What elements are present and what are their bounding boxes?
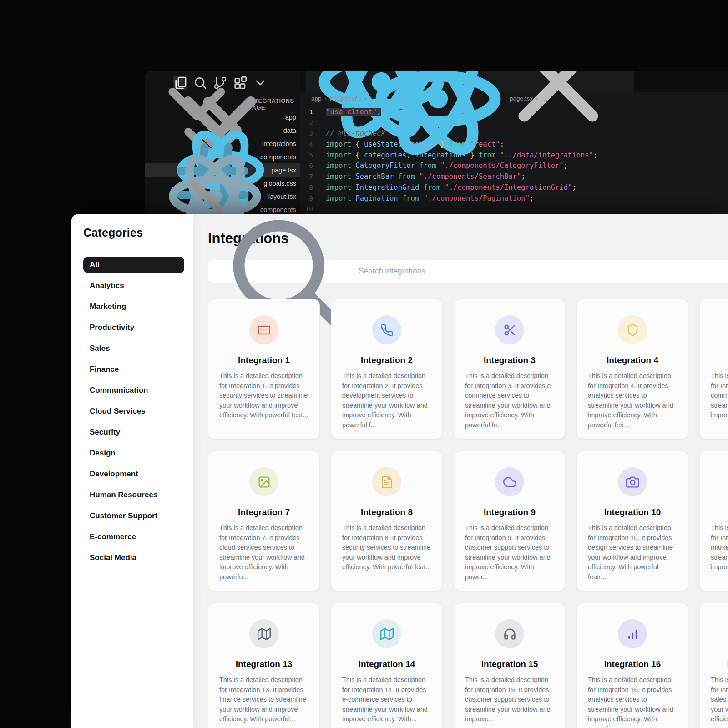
integration-card-integration-11[interactable]: Integration 11This is a detailed descrip…: [699, 451, 728, 591]
card-icon-circle: [372, 619, 401, 648]
breadcrumb-separator: ›: [536, 95, 538, 102]
categories-title: Categories: [83, 226, 184, 239]
code-text: import { categories, integrations } from…: [326, 150, 597, 161]
vscode-file-explorer: INTEGRATIONS-PAGEappdataintegrationscomp…: [145, 95, 300, 216]
category-item-e-commerce[interactable]: E-commerce: [83, 529, 184, 545]
code-line-6: 6import CategoryFilter from "./component…: [300, 161, 728, 172]
card-icon-circle: [495, 467, 524, 496]
code-line-5: 5import { categories, integrations } fro…: [300, 150, 728, 161]
category-item-analytics[interactable]: Analytics: [83, 278, 184, 294]
card-title: Integration 4: [588, 355, 677, 365]
category-item-finance[interactable]: Finance: [83, 361, 184, 378]
card-title: Integration 11: [711, 507, 728, 517]
card-description: This is a detailed description for Integ…: [465, 675, 554, 724]
card-description: This is a detailed description for Integ…: [711, 371, 728, 420]
bar-chart-icon: [626, 627, 639, 641]
integration-card-integration-4[interactable]: Integration 4This is a detailed descript…: [576, 299, 688, 439]
line-number: 5: [300, 150, 326, 161]
breadcrumb-item[interactable]: …: [541, 95, 547, 102]
headphones-icon: [503, 627, 516, 641]
card-description: This is a detailed description for Integ…: [711, 675, 728, 724]
card-description: This is a detailed description for Integ…: [342, 523, 431, 572]
line-number: 8: [300, 182, 326, 193]
code-text: // @ts-nocheck: [326, 128, 385, 139]
card-title: Integration 14: [342, 659, 431, 669]
category-item-social-media[interactable]: Social Media: [83, 550, 184, 566]
line-number: 4: [300, 139, 326, 150]
category-item-sales[interactable]: Sales: [83, 340, 184, 357]
card-title: Integration 1: [219, 355, 308, 365]
card-title: Integration 10: [588, 507, 677, 517]
tree-item-label: globals.css: [263, 180, 296, 187]
category-item-development[interactable]: Development: [83, 466, 184, 482]
line-number: 7: [300, 172, 326, 182]
line-number: 1: [300, 107, 326, 118]
map-icon: [380, 627, 394, 641]
card-icon-circle: [372, 467, 401, 496]
integration-card-integration-10[interactable]: Integration 10This is a detailed descrip…: [576, 451, 688, 591]
category-item-customer-support[interactable]: Customer Support: [83, 508, 184, 524]
tree-item-label: app: [285, 114, 296, 121]
scissors-icon: [503, 324, 516, 337]
integration-card-integration-14[interactable]: Integration 14This is a detailed descrip…: [331, 603, 443, 728]
tree-item-label: layout.tsx: [268, 193, 296, 200]
integration-card-integration-8[interactable]: Integration 8This is a detailed descript…: [331, 451, 443, 591]
line-number: 10: [300, 204, 326, 215]
integrations-main: Integrations Integration 1This is a deta…: [193, 214, 728, 728]
phone-icon: [380, 324, 394, 337]
integration-card-integration-9[interactable]: Integration 9This is a detailed descript…: [454, 451, 566, 591]
card-icon-circle: [372, 315, 401, 344]
tree-item-label: data: [283, 127, 296, 134]
card-icon-circle: [249, 619, 278, 648]
category-item-design[interactable]: Design: [83, 445, 184, 461]
categories-sidebar: Categories AllAnalyticsMarketingProducti…: [71, 214, 193, 728]
integration-card-integration-15[interactable]: Integration 15This is a detailed descrip…: [454, 603, 566, 728]
card-title: Integration 13: [219, 659, 308, 669]
code-line-7: 7import SearchBar from "./components/Sea…: [300, 172, 728, 182]
integration-card-integration-16[interactable]: Integration 16This is a detailed descrip…: [576, 603, 688, 728]
category-item-all[interactable]: All: [83, 257, 184, 273]
vscode-tab-bar: page.tsx: [300, 71, 728, 92]
category-item-cloud-services[interactable]: Cloud Services: [83, 403, 184, 420]
code-text: import SearchBar from "./components/Sear…: [326, 172, 526, 182]
code-line-1: 1"use client";: [300, 107, 728, 118]
code-line-4: 4import { useState, useMemo } from "reac…: [300, 139, 728, 150]
card-description: This is a detailed description for Integ…: [342, 675, 431, 724]
card-description: This is a detailed description for Integ…: [711, 523, 728, 572]
breadcrumb-item[interactable]: page.tsx: [510, 95, 533, 102]
card-description: This is a detailed description for Integ…: [588, 371, 677, 430]
line-number: 2: [300, 118, 326, 129]
card-description: This is a detailed description for Integ…: [465, 371, 554, 430]
card-description: This is a detailed description for Integ…: [342, 371, 431, 430]
integration-card-integration-5[interactable]: Integration 5This is a detailed descript…: [699, 299, 728, 439]
integration-card-integration-17[interactable]: Integration 17This is a detailed descrip…: [699, 603, 728, 728]
card-title: Integration 15: [465, 659, 554, 669]
search-input[interactable]: [359, 267, 728, 276]
code-line-3: 3// @ts-nocheck: [300, 128, 728, 139]
card-title: Integration 16: [588, 659, 677, 669]
code-text: import IntegrationGrid from "./component…: [326, 182, 576, 193]
integrations-app-window: Categories AllAnalyticsMarketingProducti…: [71, 214, 728, 728]
card-title: Integration 2: [342, 355, 431, 365]
category-item-productivity[interactable]: Productivity: [83, 319, 184, 336]
category-item-human-resources[interactable]: Human Resources: [83, 487, 184, 503]
category-item-communication[interactable]: Communication: [83, 382, 184, 399]
integration-card-integration-13[interactable]: Integration 13This is a detailed descrip…: [208, 603, 320, 728]
card-description: This is a detailed description for Integ…: [465, 523, 554, 582]
breadcrumb-item[interactable]: app: [311, 95, 322, 102]
card-description: This is a detailed description for Integ…: [588, 523, 677, 582]
category-item-marketing[interactable]: Marketing: [83, 298, 184, 315]
integration-card-integration-3[interactable]: Integration 3This is a detailed descript…: [454, 299, 566, 439]
card-icon-circle: [495, 315, 524, 344]
category-item-security[interactable]: Security: [83, 424, 184, 440]
map-icon: [258, 627, 271, 641]
search-bar[interactable]: [208, 260, 728, 283]
tree-item-label: page.tsx: [271, 167, 296, 174]
integration-card-integration-1[interactable]: Integration 1This is a detailed descript…: [208, 299, 320, 439]
integration-card-integration-2[interactable]: Integration 2This is a detailed descript…: [331, 299, 443, 439]
breadcrumb-item[interactable]: integrations: [330, 95, 362, 102]
code-text: "use client";: [326, 107, 381, 118]
card-icon-circle: [249, 315, 278, 344]
card-description: This is a detailed description for Integ…: [219, 523, 308, 582]
integration-card-integration-7[interactable]: Integration 7This is a detailed descript…: [208, 451, 320, 591]
